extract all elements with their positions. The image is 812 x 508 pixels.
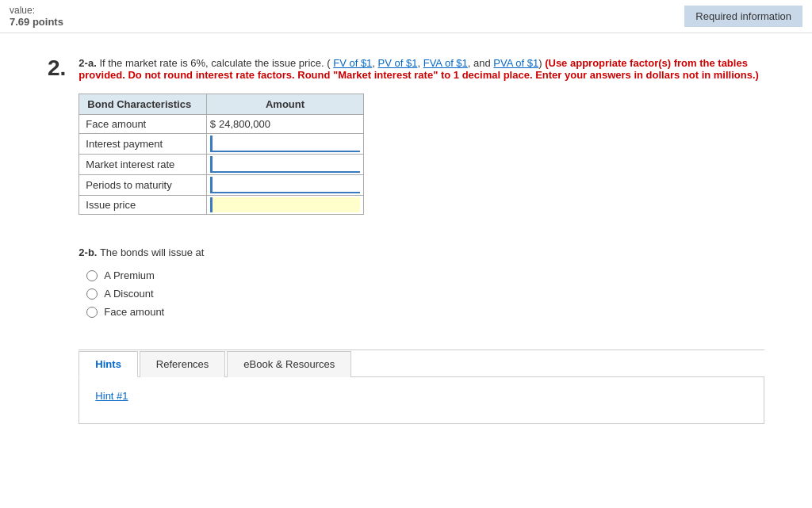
row-value-market-interest-rate[interactable] xyxy=(206,155,364,175)
radio-premium[interactable] xyxy=(86,270,98,281)
row-label-interest-payment: Interest payment xyxy=(79,134,206,155)
bond-characteristics-table: Bond Characteristics Amount Face amount … xyxy=(79,94,364,215)
radio-label-face-amount: Face amount xyxy=(104,306,164,318)
part-2a-instruction: 2-a. If the market rate is 6%, calculate… xyxy=(79,57,764,81)
part-2b-text: The bonds will issue at xyxy=(100,246,205,258)
hint-1-link[interactable]: Hint #1 xyxy=(95,390,128,402)
pv-link[interactable]: PV of $1 xyxy=(378,57,418,69)
pva-link[interactable]: PVA of $1 xyxy=(493,57,538,69)
radio-group-issue-at: A Premium A Discount Face amount xyxy=(86,269,764,318)
part-2a: 2-a. If the market rate is 6%, calculate… xyxy=(79,57,764,81)
row-value-interest-payment[interactable] xyxy=(206,134,364,155)
part-2b-header: 2-b. The bonds will issue at xyxy=(79,246,764,258)
required-information-button[interactable]: Required information xyxy=(684,6,802,27)
tab-references[interactable]: References xyxy=(140,351,225,377)
tabs-container: Hints References eBook & Resources Hint … xyxy=(79,349,764,424)
part-2a-label: 2-a. xyxy=(79,57,96,69)
row-label-face-amount: Face amount xyxy=(79,115,206,134)
main-content: 2. 2-a. If the market rate is 6%, calcul… xyxy=(0,33,812,448)
table-row: Interest payment xyxy=(79,134,364,155)
row-value-face-amount: $ 24,800,000 xyxy=(206,115,364,134)
row-label-market-interest-rate: Market interest rate xyxy=(79,155,206,175)
table-row: Face amount $ 24,800,000 xyxy=(79,115,364,134)
radio-discount[interactable] xyxy=(86,288,98,300)
face-amount-value: 24,800,000 xyxy=(219,118,270,130)
table-row: Periods to maturity xyxy=(79,175,364,196)
issue-price-input[interactable] xyxy=(210,197,361,212)
col-header-characteristics: Bond Characteristics xyxy=(79,94,206,115)
value-label: value: xyxy=(10,5,63,16)
market-interest-rate-input[interactable] xyxy=(210,156,361,173)
row-label-periods-to-maturity: Periods to maturity xyxy=(79,175,206,196)
part-2b-label: 2-b. xyxy=(79,246,97,258)
radio-item-face-amount[interactable]: Face amount xyxy=(86,306,764,318)
part-2b: 2-b. The bonds will issue at A Premium A… xyxy=(79,246,764,318)
radio-item-discount[interactable]: A Discount xyxy=(86,288,764,300)
table-row: Issue price xyxy=(79,196,364,215)
periods-to-maturity-input[interactable] xyxy=(210,177,361,193)
radio-label-discount: A Discount xyxy=(104,288,153,300)
row-value-periods-to-maturity[interactable] xyxy=(206,175,364,196)
top-bar: value: 7.69 points Required information xyxy=(0,0,812,33)
row-label-issue-price: Issue price xyxy=(79,196,206,215)
col-header-amount: Amount xyxy=(206,94,364,115)
tab-content-hints: Hint #1 xyxy=(79,376,764,424)
value-section: value: 7.69 points xyxy=(10,5,63,28)
fv-link[interactable]: FV of $1 xyxy=(333,57,372,69)
dollar-sign: $ xyxy=(210,118,216,130)
fva-link[interactable]: FVA of $1 xyxy=(423,57,468,69)
row-value-issue-price[interactable] xyxy=(206,196,364,215)
radio-face-amount[interactable] xyxy=(86,307,98,318)
table-row: Market interest rate xyxy=(79,155,364,175)
tab-ebook-resources[interactable]: eBook & Resources xyxy=(227,351,351,377)
question-number: 2. xyxy=(48,57,66,79)
radio-label-premium: A Premium xyxy=(104,269,155,281)
points-value: 7.69 points xyxy=(10,16,63,28)
interest-payment-input[interactable] xyxy=(210,136,361,152)
tab-hints[interactable]: Hints xyxy=(79,351,138,377)
radio-item-premium[interactable]: A Premium xyxy=(86,269,764,281)
tabs-header: Hints References eBook & Resources xyxy=(79,350,764,376)
part-2a-text: If the market rate is 6%, calculate the … xyxy=(99,57,330,69)
